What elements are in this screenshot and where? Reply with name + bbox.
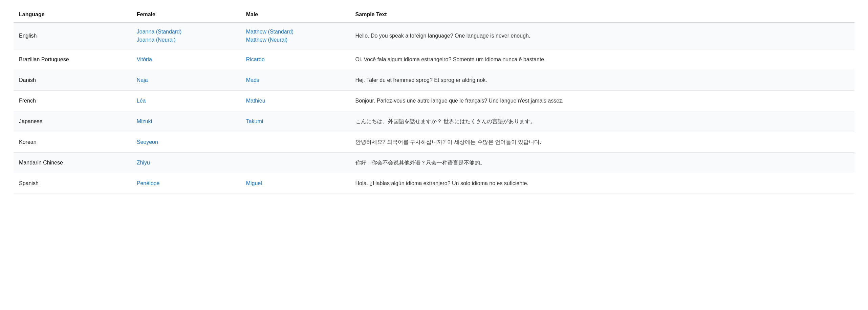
cell-male: Ricardo: [241, 49, 350, 70]
cell-language: English: [14, 23, 131, 49]
table-header-row: Language Female Male Sample Text: [14, 7, 854, 23]
cell-language: Brazilian Portuguese: [14, 49, 131, 70]
table-row: DanishNajaMadsHej. Taler du et fremmed s…: [14, 70, 854, 91]
table-row: Mandarin ChineseZhiyu你好，你会不会说其他外语？只会一种语言…: [14, 153, 854, 173]
cell-sample-text: Bonjour. Parlez-vous une autre langue qu…: [350, 91, 854, 111]
female-voice-link[interactable]: Penélope: [137, 180, 235, 186]
cell-female: Penélope: [131, 173, 241, 194]
table-row: KoreanSeoyeon안녕하세요? 외국어를 구사하십니까? 이 세상에는 …: [14, 132, 854, 153]
cell-male: Mathieu: [241, 91, 350, 111]
cell-sample-text: Hej. Taler du et fremmed sprog? Et sprog…: [350, 70, 854, 91]
cell-sample-text: 안녕하세요? 외국어를 구사하십니까? 이 세상에는 수많은 언어들이 있답니다…: [350, 132, 854, 153]
female-voice-link[interactable]: Zhiyu: [137, 160, 235, 166]
cell-female: Seoyeon: [131, 132, 241, 153]
header-male: Male: [241, 7, 350, 23]
cell-language: French: [14, 91, 131, 111]
male-voice-link[interactable]: Mathieu: [246, 98, 345, 104]
cell-female: Joanna (Standard)Joanna (Neural): [131, 23, 241, 49]
male-voice-link[interactable]: Mads: [246, 77, 345, 83]
table-row: SpanishPenélopeMiguelHola. ¿Hablas algún…: [14, 173, 854, 194]
table-row: Brazilian PortugueseVitóriaRicardoOi. Vo…: [14, 49, 854, 70]
language-table-container: Language Female Male Sample Text English…: [0, 0, 868, 201]
female-voice-link[interactable]: Léa: [137, 98, 235, 104]
male-voice-link[interactable]: Miguel: [246, 180, 345, 186]
header-female: Female: [131, 7, 241, 23]
male-voice-link[interactable]: Matthew (Standard): [246, 29, 345, 35]
cell-female: Vitória: [131, 49, 241, 70]
table-row: FrenchLéaMathieuBonjour. Parlez-vous une…: [14, 91, 854, 111]
female-voice-link[interactable]: Vitória: [137, 57, 235, 63]
cell-sample-text: Oi. Você fala algum idioma estrangeiro? …: [350, 49, 854, 70]
female-voice-link[interactable]: Joanna (Standard): [137, 29, 235, 35]
cell-male: Miguel: [241, 173, 350, 194]
header-language: Language: [14, 7, 131, 23]
female-voice-link[interactable]: Naja: [137, 77, 235, 83]
cell-sample-text: Hello. Do you speak a foreign language? …: [350, 23, 854, 49]
cell-male: [241, 132, 350, 153]
cell-language: Danish: [14, 70, 131, 91]
cell-female: Mizuki: [131, 111, 241, 132]
cell-female: Zhiyu: [131, 153, 241, 173]
table-row: EnglishJoanna (Standard)Joanna (Neural)M…: [14, 23, 854, 49]
cell-male: Mads: [241, 70, 350, 91]
language-table: Language Female Male Sample Text English…: [14, 7, 854, 194]
table-row: JapaneseMizukiTakumiこんにちは、外国語を話せますか？ 世界に…: [14, 111, 854, 132]
cell-male: [241, 153, 350, 173]
cell-language: Japanese: [14, 111, 131, 132]
header-sample: Sample Text: [350, 7, 854, 23]
female-voice-link[interactable]: Mizuki: [137, 118, 235, 125]
male-voice-link[interactable]: Ricardo: [246, 57, 345, 63]
female-voice-link[interactable]: Seoyeon: [137, 139, 235, 145]
cell-sample-text: こんにちは、外国語を話せますか？ 世界にはたくさんの言語があります。: [350, 111, 854, 132]
cell-female: Léa: [131, 91, 241, 111]
female-voice-link[interactable]: Joanna (Neural): [137, 37, 235, 43]
cell-male: Matthew (Standard)Matthew (Neural): [241, 23, 350, 49]
cell-language: Korean: [14, 132, 131, 153]
cell-language: Mandarin Chinese: [14, 153, 131, 173]
cell-male: Takumi: [241, 111, 350, 132]
cell-language: Spanish: [14, 173, 131, 194]
male-voice-link[interactable]: Takumi: [246, 118, 345, 125]
cell-sample-text: Hola. ¿Hablas algún idioma extranjero? U…: [350, 173, 854, 194]
male-voice-link[interactable]: Matthew (Neural): [246, 37, 345, 43]
cell-female: Naja: [131, 70, 241, 91]
cell-sample-text: 你好，你会不会说其他外语？只会一种语言是不够的。: [350, 153, 854, 173]
